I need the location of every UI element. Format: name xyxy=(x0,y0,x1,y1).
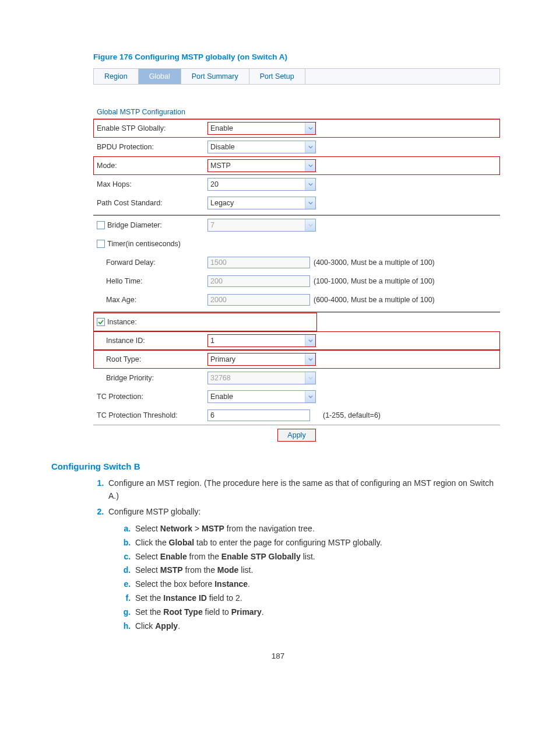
select-bridge-diameter: 7 xyxy=(207,219,316,232)
row-hello-time: Hello Time: 200 (100-1000, Must be a mul… xyxy=(93,272,500,290)
label-root-type: Root Type: xyxy=(106,355,207,363)
select-max-hops[interactable]: 20 xyxy=(207,178,316,191)
checkbox-instance[interactable] xyxy=(97,318,105,326)
tab-filler xyxy=(305,69,499,84)
row-max-age: Max Age: 2000 (600-4000, Must be a multi… xyxy=(93,290,500,309)
value-path-cost: Legacy xyxy=(210,199,234,207)
label-forward-delay: Forward Delay: xyxy=(106,258,207,267)
chevron-down-icon xyxy=(305,354,315,365)
value-root-type: Primary xyxy=(210,355,235,363)
hint-forward-delay: (400-3000, Must be a multiple of 100) xyxy=(314,258,435,267)
substep-f: Set the Instance ID field to 2. xyxy=(133,592,505,606)
label-mode: Mode: xyxy=(97,162,207,170)
select-bpdu[interactable]: Disable xyxy=(207,141,316,153)
substep-a: Select Network > MSTP from the navigatio… xyxy=(133,522,505,536)
step-1: Configure an MST region. (The procedure … xyxy=(106,477,505,502)
value-bpdu: Disable xyxy=(210,143,235,151)
row-max-hops: Max Hops: 20 xyxy=(93,175,500,194)
label-hello-time: Hello Time: xyxy=(106,277,207,285)
label-bridge-priority: Bridge Priority: xyxy=(106,374,207,382)
page-number: 187 xyxy=(51,652,505,660)
hint-tc-threshold: (1-255, default=6) xyxy=(323,411,381,419)
substep-d: Select MSTP from the Mode list. xyxy=(133,564,505,578)
chevron-down-icon xyxy=(305,141,315,153)
select-tc-protection[interactable]: Enable xyxy=(207,390,316,403)
label-tc-protection: TC Protection: xyxy=(97,393,207,401)
select-mode[interactable]: MSTP xyxy=(207,159,316,172)
input-max-age: 2000 xyxy=(207,294,310,306)
label-instance: Instance: xyxy=(107,318,137,326)
checkbox-bridge-diameter[interactable] xyxy=(97,221,105,229)
tab-port-summary[interactable]: Port Summary xyxy=(181,69,249,84)
chevron-down-icon xyxy=(305,372,315,384)
input-tc-threshold[interactable]: 6 xyxy=(207,410,310,421)
select-bridge-priority: 32768 xyxy=(207,372,316,384)
hint-max-age: (600-4000, Must be a multiple of 100) xyxy=(314,296,435,304)
label-enable-stp: Enable STP Globally: xyxy=(97,124,207,132)
chevron-down-icon xyxy=(305,391,315,402)
value-tc-protection: Enable xyxy=(210,393,233,401)
label-bpdu: BPDU Protection: xyxy=(97,143,207,151)
select-path-cost[interactable]: Legacy xyxy=(207,197,316,209)
section-heading: Configuring Switch B xyxy=(51,461,505,471)
label-instance-id: Instance ID: xyxy=(106,337,207,345)
row-bridge-priority: Bridge Priority: 32768 xyxy=(93,369,500,387)
select-root-type[interactable]: Primary xyxy=(207,353,316,366)
figure-caption: Figure 176 Configuring MSTP globally (on… xyxy=(93,52,505,61)
substep-g: Set the Root Type field to Primary. xyxy=(133,606,505,620)
value-instance-id: 1 xyxy=(210,337,214,345)
row-root-type: Root Type: Primary xyxy=(93,350,500,369)
label-tc-threshold: TC Protection Threshold: xyxy=(97,411,207,419)
row-bpdu: BPDU Protection: Disable xyxy=(93,138,500,156)
select-instance-id[interactable]: 1 xyxy=(207,334,316,347)
select-enable-stp[interactable]: Enable xyxy=(207,122,316,135)
substep-b: Click the Global tab to enter the page f… xyxy=(133,536,505,550)
step-2: Configure MSTP globally: Select Network … xyxy=(106,506,505,633)
row-instance-id: Instance ID: 1 xyxy=(93,331,500,350)
row-timer: Timer(in centiseconds) xyxy=(93,235,500,253)
label-max-hops: Max Hops: xyxy=(97,180,207,188)
config-panel: Global MSTP Configuration Enable STP Glo… xyxy=(93,108,500,442)
chevron-down-icon xyxy=(305,197,315,209)
value-bridge-diameter: 7 xyxy=(210,221,214,229)
step-list: Configure an MST region. (The procedure … xyxy=(93,477,505,633)
row-instance: Instance: xyxy=(93,313,317,331)
value-max-hops: 20 xyxy=(210,180,219,188)
row-path-cost: Path Cost Standard: Legacy xyxy=(93,194,500,212)
substep-list: Select Network > MSTP from the navigatio… xyxy=(120,522,505,633)
apply-button[interactable]: Apply xyxy=(277,429,315,442)
label-timer: Timer(in centiseconds) xyxy=(107,240,181,248)
value-mode: MSTP xyxy=(210,162,231,170)
row-enable-stp: Enable STP Globally: Enable xyxy=(93,119,500,138)
chevron-down-icon xyxy=(305,178,315,190)
value-bridge-priority: 32768 xyxy=(210,374,231,382)
tab-bar: Region Global Port Summary Port Setup xyxy=(93,68,500,85)
input-hello-time: 200 xyxy=(207,275,310,287)
chevron-down-icon xyxy=(305,160,315,172)
tab-port-setup[interactable]: Port Setup xyxy=(249,69,305,84)
row-bridge-diameter: Bridge Diameter: 7 xyxy=(93,216,500,235)
panel-title: Global MSTP Configuration xyxy=(93,108,500,116)
tab-global[interactable]: Global xyxy=(139,69,181,84)
hint-hello-time: (100-1000, Must be a multiple of 100) xyxy=(314,277,435,285)
substep-e: Select the box before Instance. xyxy=(133,578,505,592)
chevron-down-icon xyxy=(305,123,315,134)
checkbox-timer[interactable] xyxy=(97,240,105,248)
input-forward-delay: 1500 xyxy=(207,257,310,268)
row-mode: Mode: MSTP xyxy=(93,156,500,175)
row-tc-protection: TC Protection: Enable xyxy=(93,387,500,406)
value-enable-stp: Enable xyxy=(210,124,233,132)
tab-region[interactable]: Region xyxy=(94,69,139,84)
row-forward-delay: Forward Delay: 1500 (400-3000, Must be a… xyxy=(93,253,500,272)
chevron-down-icon xyxy=(305,335,315,346)
chevron-down-icon xyxy=(305,219,315,231)
label-max-age: Max Age: xyxy=(106,296,207,304)
substep-h: Click Apply. xyxy=(133,620,505,634)
row-tc-threshold: TC Protection Threshold: 6 (1-255, defau… xyxy=(93,406,500,425)
substep-c: Select Enable from the Enable STP Global… xyxy=(133,550,505,564)
label-path-cost: Path Cost Standard: xyxy=(97,199,207,207)
label-bridge-diameter: Bridge Diameter: xyxy=(107,221,162,229)
